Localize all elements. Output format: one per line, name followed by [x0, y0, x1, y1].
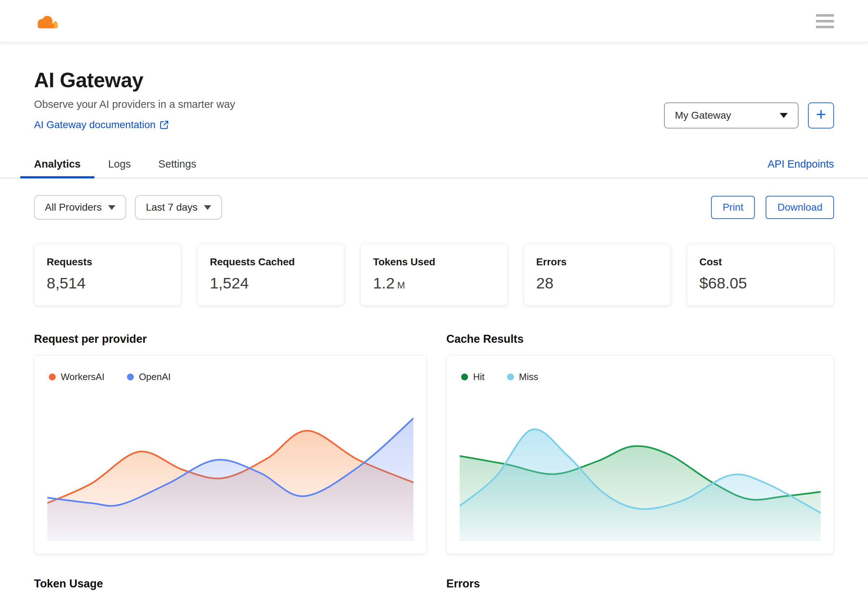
- stat-label: Tokens Used: [373, 256, 495, 268]
- tabs: Analytics Logs Settings: [20, 150, 210, 178]
- legend-item-hit: Hit: [461, 371, 485, 383]
- gateway-selector-value: My Gateway: [675, 110, 731, 121]
- requests-per-provider-chart: Request per provider WorkersAI OpenAI: [34, 333, 427, 554]
- stat-value: 1,524: [210, 274, 332, 292]
- tab-settings[interactable]: Settings: [145, 150, 210, 178]
- page-title: AI Gateway: [34, 68, 235, 92]
- chart-title: Request per provider: [34, 333, 427, 346]
- date-range-filter-value: Last 7 days: [146, 201, 197, 213]
- caret-down-icon: [780, 113, 788, 118]
- stat-card-requests: Requests 8,514: [34, 244, 181, 306]
- charts-section: Request per provider WorkersAI OpenAI: [34, 333, 834, 554]
- documentation-link-label: AI Gateway documentation: [34, 119, 155, 130]
- stat-cards-row: Requests 8,514 Requests Cached 1,524 Tok…: [34, 244, 834, 306]
- api-endpoints-link[interactable]: API Endpoints: [768, 158, 834, 170]
- cloudflare-logo-icon[interactable]: [34, 12, 60, 30]
- legend-item-workersai: WorkersAI: [49, 371, 105, 383]
- bottom-section-headings: Token Usage Errors: [34, 577, 834, 590]
- documentation-link[interactable]: AI Gateway documentation: [34, 119, 169, 130]
- stat-label: Errors: [536, 256, 658, 268]
- errors-title: Errors: [446, 577, 834, 590]
- stat-value: 28: [536, 274, 658, 292]
- tab-analytics-label: Analytics: [34, 158, 81, 170]
- page-subtitle: Observe your AI providers in a smarter w…: [34, 99, 235, 110]
- cache-area-chart-svg: [460, 396, 821, 541]
- caret-down-icon: [204, 205, 211, 210]
- cache-results-chart: Cache Results Hit Miss: [446, 333, 834, 554]
- provider-filter-value: All Providers: [45, 201, 102, 213]
- chart-title: Cache Results: [446, 333, 834, 346]
- requests-chart-card: WorkersAI OpenAI: [34, 355, 427, 554]
- legend-dot-hit: [461, 374, 468, 380]
- legend-item-openai: OpenAI: [127, 371, 171, 383]
- tab-bar: Analytics Logs Settings API Endpoints: [0, 150, 868, 178]
- page-header: AI Gateway Observe your AI providers in …: [34, 68, 834, 130]
- legend-label: Miss: [519, 371, 538, 383]
- tab-analytics[interactable]: Analytics: [20, 150, 94, 178]
- logo-main-cloud: [38, 16, 54, 28]
- caret-down-icon: [108, 205, 115, 210]
- area-chart-plot[interactable]: [47, 396, 414, 541]
- stat-card-errors: Errors 28: [524, 244, 671, 306]
- top-navigation-bar: [0, 0, 868, 43]
- print-button[interactable]: Print: [711, 196, 755, 219]
- page-header-text: AI Gateway Observe your AI providers in …: [34, 68, 235, 130]
- tab-settings-label: Settings: [158, 158, 196, 170]
- stat-label: Requests Cached: [210, 256, 332, 268]
- legend-label: Hit: [473, 371, 485, 383]
- legend-label: WorkersAI: [61, 371, 105, 383]
- token-usage-title: Token Usage: [34, 577, 427, 590]
- filter-dropdowns: All Providers Last 7 days: [34, 195, 222, 220]
- download-button[interactable]: Download: [766, 196, 834, 219]
- stat-value: 8,514: [47, 274, 169, 292]
- stat-card-cost: Cost $68.05: [687, 244, 834, 306]
- legend-dot-workersai: [49, 374, 56, 380]
- chart-legend: WorkersAI OpenAI: [34, 355, 426, 383]
- plus-icon: +: [816, 106, 826, 123]
- tab-logs-label: Logs: [108, 158, 131, 170]
- stat-value: 1.2M: [373, 274, 495, 292]
- chart-legend: Hit Miss: [447, 355, 834, 383]
- stat-label: Requests: [47, 256, 169, 268]
- filters-row: All Providers Last 7 days Print Download: [34, 195, 834, 220]
- requests-area-chart-svg: [47, 396, 414, 541]
- legend-label: OpenAI: [139, 371, 171, 383]
- legend-item-miss: Miss: [507, 371, 538, 383]
- cache-chart-card: Hit Miss: [446, 355, 834, 554]
- legend-dot-miss: [507, 374, 514, 380]
- provider-filter-dropdown[interactable]: All Providers: [34, 195, 126, 220]
- tab-logs[interactable]: Logs: [94, 150, 145, 178]
- export-actions: Print Download: [711, 196, 834, 219]
- hamburger-menu-icon[interactable]: [816, 14, 834, 28]
- date-range-filter-dropdown[interactable]: Last 7 days: [135, 195, 222, 220]
- legend-dot-openai: [127, 374, 134, 380]
- gateway-selector-dropdown[interactable]: My Gateway: [664, 102, 799, 129]
- external-link-icon: [159, 120, 169, 130]
- add-gateway-button[interactable]: +: [808, 102, 834, 129]
- stat-value: $68.05: [699, 274, 821, 292]
- stat-card-requests-cached: Requests Cached 1,524: [197, 244, 344, 306]
- gateway-controls: My Gateway +: [664, 102, 834, 129]
- area-chart-plot[interactable]: [460, 396, 821, 541]
- stat-value-number: 1.2: [373, 274, 395, 292]
- stat-card-tokens-used: Tokens Used 1.2M: [360, 244, 508, 306]
- stat-label: Cost: [699, 256, 821, 268]
- stat-value-unit: M: [397, 280, 405, 291]
